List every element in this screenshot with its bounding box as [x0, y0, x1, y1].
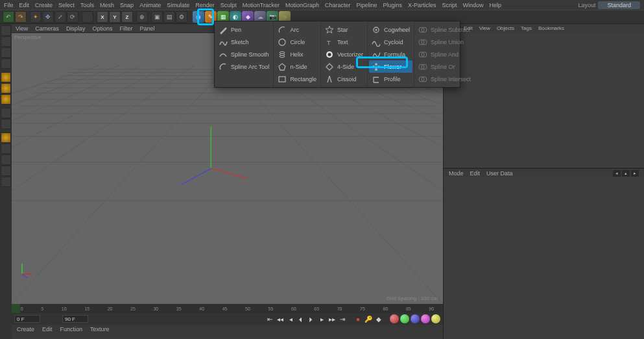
menu-motiongraph[interactable]: MotionGraph [285, 2, 319, 8]
attrmenu-user-data[interactable]: User Data [486, 170, 513, 177]
vpmenu-view[interactable]: View [16, 25, 28, 32]
live-select-button[interactable]: ✦ [30, 11, 42, 23]
vpmenu-options[interactable]: Options [92, 25, 112, 32]
goto-start-button[interactable]: ⇤ [265, 314, 274, 323]
spline-smooth-item[interactable]: Spline Smooth [216, 48, 272, 60]
next-key-button[interactable]: ▸▸ [328, 314, 337, 323]
autokey-button[interactable]: 🔑 [364, 314, 373, 323]
spline-formula-item[interactable]: Formula [369, 48, 412, 60]
menu-pipeline[interactable]: Pipeline [356, 2, 377, 8]
matmenu-texture[interactable]: Texture [90, 326, 110, 333]
spline-inter-item[interactable]: Spline Intersect [416, 73, 473, 85]
points-mode-button[interactable] [1, 72, 11, 82]
viewport-solo-button[interactable] [1, 119, 11, 129]
edges-mode-button[interactable] [1, 83, 11, 94]
menu-motiontracker[interactable]: MotionTracker [243, 2, 280, 8]
prev-frame-button[interactable]: ◂ [286, 314, 295, 323]
prev-key-button[interactable]: ◂◂ [276, 314, 285, 323]
menu-simulate[interactable]: Simulate [167, 2, 189, 8]
texture-mode-button[interactable] [1, 47, 11, 58]
snap-enable-button[interactable] [1, 132, 11, 143]
material-manager-body[interactable] [12, 334, 443, 339]
matmenu-create[interactable]: Create [17, 326, 34, 333]
timeline-track[interactable]: 051015202530354045505560657075808590 [12, 304, 443, 313]
spline-circle-item[interactable]: Circle [275, 36, 319, 48]
timeline[interactable]: 051015202530354045505560657075808590 [12, 304, 443, 313]
menu-mesh[interactable]: Mesh [100, 2, 114, 8]
record-button[interactable]: ● [353, 314, 363, 323]
matmenu-edit[interactable]: Edit [42, 326, 53, 333]
spline-star-item[interactable]: Star [322, 23, 366, 36]
lock-z-button[interactable]: Z [121, 11, 133, 23]
rot-key-button[interactable] [411, 314, 420, 323]
menu-animate[interactable]: Animate [139, 2, 161, 8]
vpmenu-filter[interactable]: Filter [119, 25, 132, 32]
menu-select[interactable]: Select [58, 2, 75, 8]
spline-vector-item[interactable]: Vectorizer [322, 48, 366, 60]
objmenu-view[interactable]: View [479, 25, 490, 31]
move-tool-button[interactable]: ✥ [42, 11, 54, 23]
attr-up-button[interactable]: ▴ [622, 170, 630, 177]
lock-y-button[interactable]: Y [109, 11, 121, 23]
menu-help[interactable]: Help [490, 2, 502, 8]
planar-wp-button[interactable] [1, 177, 11, 187]
param-key-button[interactable] [421, 314, 430, 323]
redo-button[interactable]: ↷ [15, 11, 27, 23]
spline-cissoid-item[interactable]: Cissoid [322, 73, 366, 85]
attrmenu-edit[interactable]: Edit [470, 170, 481, 177]
menu-x-particles[interactable]: X-Particles [408, 2, 436, 8]
spline-or-item[interactable]: Spline Or [416, 60, 473, 73]
play-back-button[interactable]: ⏴ [296, 314, 305, 323]
spline-sketch-item[interactable]: Sketch [216, 36, 272, 48]
workplane-button[interactable] [1, 58, 11, 69]
spline-rect-item[interactable]: Rectangle [275, 73, 319, 85]
scale-tool-button[interactable]: ⤢ [54, 11, 66, 23]
snap-settings-button[interactable] [1, 144, 11, 154]
layout-dropdown[interactable]: Standard [598, 1, 640, 9]
menu-tools[interactable]: Tools [80, 2, 94, 8]
spline-nside-item[interactable]: n-Side [275, 60, 319, 73]
objmenu-tags[interactable]: Tags [521, 25, 532, 31]
spline-cycloid-item[interactable]: Cycloid [369, 36, 412, 48]
menu-character[interactable]: Character [325, 2, 351, 8]
spline-arc-tool-item[interactable]: Spline Arc Tool [216, 60, 272, 73]
pos-key-button[interactable] [390, 314, 399, 323]
next-frame-button[interactable]: ▸ [317, 314, 326, 323]
coord-system-button[interactable]: ⊕ [136, 11, 148, 23]
primitive-button[interactable]: ◉ [193, 11, 204, 23]
model-mode-button[interactable] [1, 36, 11, 47]
render-pv-button[interactable]: ▤ [163, 11, 175, 23]
current-frame-input[interactable] [14, 315, 40, 323]
attrmenu-mode[interactable]: Mode [449, 170, 464, 177]
spline-helix-item[interactable]: Helix [275, 48, 319, 60]
menu-window[interactable]: Window [463, 2, 484, 8]
pla-key-button[interactable] [431, 314, 440, 323]
menu-script[interactable]: Script [442, 2, 457, 8]
spline-4side-item[interactable]: 4-Side [322, 60, 366, 73]
workplane2-button[interactable] [1, 155, 11, 165]
objmenu-bookmarks[interactable]: Bookmarks [538, 25, 564, 31]
polygons-mode-button[interactable] [1, 94, 11, 105]
spline-profile-item[interactable]: Profile [369, 73, 412, 85]
spline-cogwheel-item[interactable]: Cogwheel [369, 23, 412, 36]
spline-text-item[interactable]: TText [322, 36, 366, 48]
render-settings-button[interactable]: ⚙ [176, 11, 187, 23]
locked-wp-button[interactable] [1, 166, 11, 176]
play-forward-button[interactable]: ⏵ [307, 314, 316, 323]
attribute-manager-body[interactable] [444, 177, 644, 339]
attr-next-button[interactable]: ▸ [631, 170, 639, 177]
lock-x-button[interactable]: X [97, 11, 108, 23]
vpmenu-display[interactable]: Display [66, 25, 86, 32]
axis-button[interactable] [1, 108, 11, 118]
objmenu-objects[interactable]: Objects [497, 25, 514, 31]
spline-union-item[interactable]: Spline Union [416, 36, 473, 48]
attr-prev-button[interactable]: ◂ [613, 170, 621, 177]
rotate-tool-button[interactable]: ⟳ [67, 11, 78, 23]
recent-tool-button[interactable] [82, 11, 93, 23]
scale-key-button[interactable] [400, 314, 409, 323]
keyframe-sel-button[interactable]: ◆ [374, 314, 383, 323]
menu-sculpt[interactable]: Sculpt [221, 2, 237, 8]
spline-flower-item[interactable]: Flower [369, 60, 412, 73]
menu-file[interactable]: File [4, 2, 14, 8]
make-editable-button[interactable] [1, 25, 11, 36]
